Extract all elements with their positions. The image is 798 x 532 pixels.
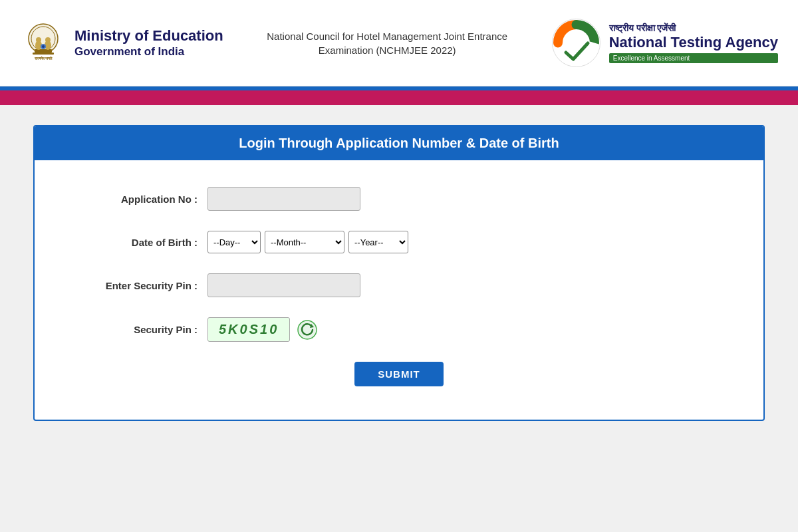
header-left: सत्यमेव जयते Ministry of Education Gover… <box>20 20 223 66</box>
application-no-row: Application No : <box>74 187 724 211</box>
refresh-icon <box>297 319 318 340</box>
dob-label: Date of Birth : <box>74 237 207 248</box>
dob-container: --Day-- 12345 678910 1112131415 16171819… <box>207 231 408 253</box>
captcha-display: 5K0S10 <box>207 317 318 342</box>
india-emblem-icon: सत्यमेव जयते <box>20 20 66 66</box>
dob-month-select[interactable]: --Month-- JanuaryFebruaryMarch AprilMayJ… <box>265 231 344 253</box>
exam-title: National Council for Hotel Management Jo… <box>247 29 527 57</box>
svg-point-7 <box>45 37 51 43</box>
nta-english-name: National Testing Agency <box>609 34 778 51</box>
svg-text:सत्यमेव जयते: सत्यमेव जयते <box>34 56 53 61</box>
login-box-title: Login Through Application Number & Date … <box>35 126 763 160</box>
ministry-text-block: Ministry of Education Government of Indi… <box>74 27 223 58</box>
submit-button[interactable]: SUBMIT <box>354 362 444 386</box>
captcha-value: 5K0S10 <box>207 317 290 342</box>
header: सत्यमेव जयते Ministry of Education Gover… <box>0 0 798 86</box>
login-box-body: Application No : Date of Birth : --Day--… <box>35 160 763 420</box>
svg-rect-3 <box>33 53 54 55</box>
nta-text-block: राष्ट्रीय परीक्षा एजेंसी National Testin… <box>609 23 778 63</box>
captcha-row: Security Pin : 5K0S10 <box>74 317 724 342</box>
captcha-label: Security Pin : <box>74 324 207 335</box>
svg-point-6 <box>36 37 41 43</box>
nta-logo-icon <box>551 18 601 68</box>
ministry-name-line1: Ministry of Education <box>74 27 223 45</box>
svg-point-9 <box>42 45 45 48</box>
dob-year-select[interactable]: --Year-- 1990199119921993 19941995199619… <box>348 231 408 253</box>
ministry-name-line2: Government of India <box>74 45 223 59</box>
main-content: Login Through Application Number & Date … <box>0 105 798 504</box>
security-pin-input[interactable] <box>207 273 360 297</box>
dob-day-select[interactable]: --Day-- 12345 678910 1112131415 16171819… <box>207 231 261 253</box>
svg-rect-2 <box>35 49 52 53</box>
application-no-input[interactable] <box>207 187 360 211</box>
security-pin-input-label: Enter Security Pin : <box>74 280 207 291</box>
header-right: राष्ट्रीय परीक्षा एजेंसी National Testin… <box>551 18 778 68</box>
pink-bar <box>0 90 798 105</box>
submit-row: SUBMIT <box>74 362 724 386</box>
application-no-label: Application No : <box>74 194 207 205</box>
login-box: Login Through Application Number & Date … <box>33 125 765 421</box>
security-pin-input-row: Enter Security Pin : <box>74 273 724 297</box>
refresh-captcha-button[interactable] <box>297 319 318 340</box>
nta-tagline: Excellence in Assessment <box>609 53 778 63</box>
dob-row: Date of Birth : --Day-- 12345 678910 111… <box>74 231 724 253</box>
nta-hindi-name: राष्ट्रीय परीक्षा एजेंसी <box>609 23 778 34</box>
